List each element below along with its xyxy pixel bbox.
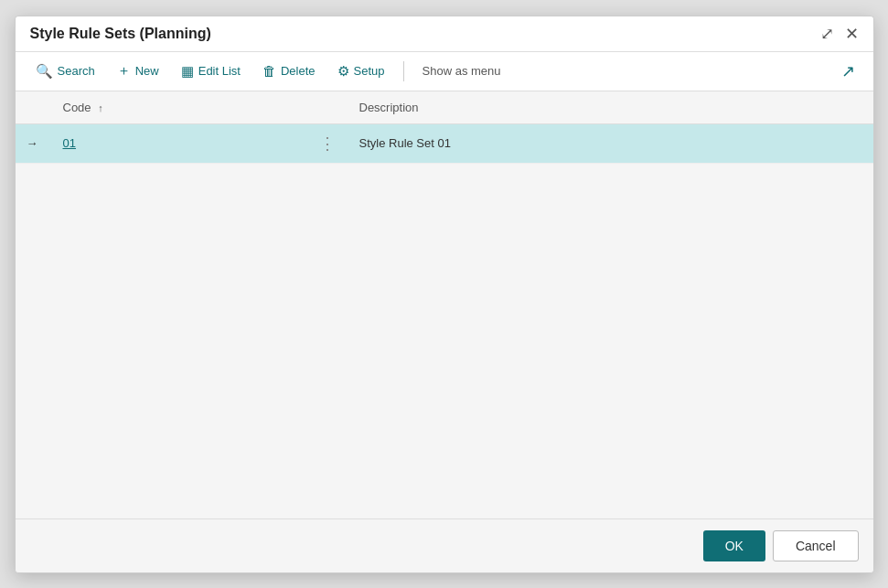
col-header-more (308, 91, 348, 124)
content-area: Code ↑ Description → 01 (16, 91, 873, 519)
row-code-cell: 01 (52, 123, 308, 163)
table-row[interactable]: → 01 ⋮ Style Rule Set 01 (16, 123, 873, 163)
row-arrow-icon: → (27, 136, 38, 150)
row-description-cell: Style Rule Set 01 (348, 123, 873, 163)
edit-list-button[interactable]: ▦ Edit List (172, 59, 250, 84)
col-header-arrow (16, 91, 52, 124)
code-link[interactable]: 01 (63, 136, 76, 150)
col-header-description: Description (348, 91, 873, 124)
title-bar: Style Rule Sets (Planning) ⤢ ✕ (16, 16, 873, 52)
dialog-title: Style Rule Sets (Planning) (30, 26, 211, 42)
search-label: Search (58, 64, 95, 78)
delete-label: Delete (281, 64, 316, 78)
col-header-code[interactable]: Code ↑ (52, 91, 308, 124)
share-icon: ↗ (841, 62, 855, 80)
expand-icon[interactable]: ⤢ (820, 26, 834, 42)
toolbar-end: ↗ (834, 58, 862, 85)
dialog-window: Style Rule Sets (Planning) ⤢ ✕ 🔍 Search … (15, 16, 874, 573)
new-button[interactable]: ＋ New (108, 58, 168, 84)
search-icon: 🔍 (36, 63, 53, 80)
toolbar-separator (403, 61, 404, 81)
ok-button[interactable]: OK (703, 530, 765, 561)
edit-list-label: Edit List (198, 64, 241, 78)
row-arrow-cell: → (16, 123, 52, 163)
setup-button[interactable]: ⚙ Setup (328, 59, 394, 84)
table-header: Code ↑ Description (16, 91, 873, 124)
titlebar-icons: ⤢ ✕ (820, 26, 859, 42)
share-button[interactable]: ↗ (834, 58, 862, 85)
search-button[interactable]: 🔍 Search (27, 59, 104, 84)
toolbar: 🔍 Search ＋ New ▦ Edit List 🗑 Delete ⚙ Se… (16, 52, 873, 91)
show-as-menu-label: Show as menu (423, 64, 501, 78)
edit-list-icon: ▦ (181, 63, 194, 80)
data-table: Code ↑ Description → 01 (16, 91, 873, 164)
dialog-footer: OK Cancel (16, 519, 873, 572)
more-options-icon[interactable]: ⋮ (319, 134, 337, 153)
cancel-button[interactable]: Cancel (773, 530, 859, 561)
setup-label: Setup (354, 64, 385, 78)
plus-icon: ＋ (117, 62, 131, 80)
close-icon[interactable]: ✕ (845, 26, 859, 42)
table-body: → 01 ⋮ Style Rule Set 01 (16, 123, 873, 163)
show-as-menu-button[interactable]: Show as menu (413, 59, 510, 82)
row-more-cell[interactable]: ⋮ (308, 123, 348, 163)
setup-icon: ⚙ (337, 63, 349, 80)
delete-button[interactable]: 🗑 Delete (253, 59, 325, 83)
delete-icon: 🗑 (262, 63, 276, 79)
new-label: New (135, 64, 159, 78)
sort-asc-icon: ↑ (98, 102, 103, 113)
